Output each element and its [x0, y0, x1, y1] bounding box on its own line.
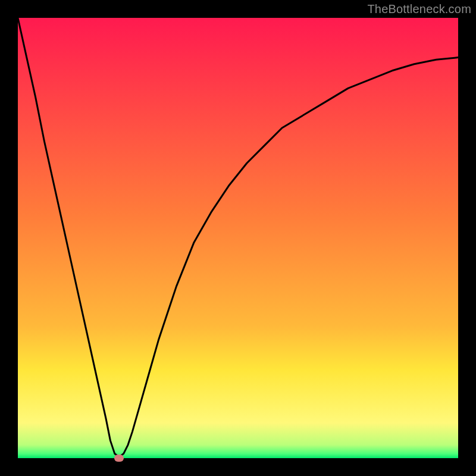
- bottleneck-curve: [18, 18, 458, 457]
- optimum-marker: [114, 455, 124, 462]
- watermark-text: TheBottleneck.com: [367, 2, 471, 16]
- chart-container: TheBottleneck.com: [0, 0, 476, 476]
- curve-layer: [18, 18, 458, 458]
- plot-area: [18, 18, 458, 458]
